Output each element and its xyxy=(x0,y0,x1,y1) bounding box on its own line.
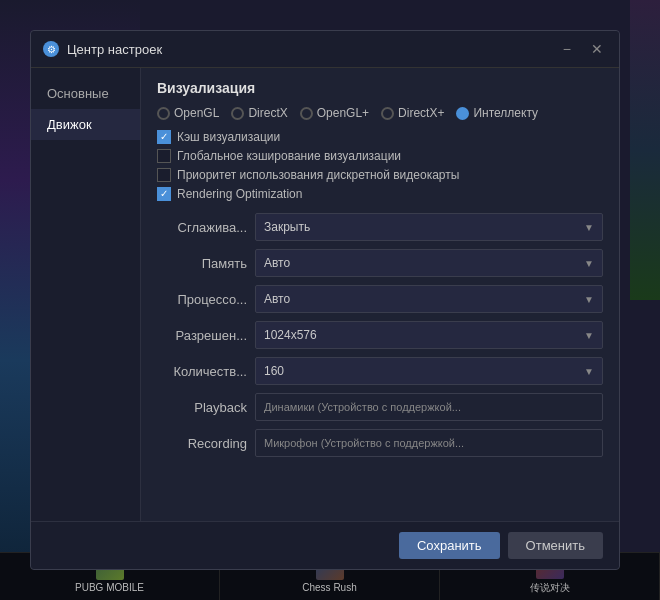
checkbox-cache[interactable]: Кэш визуализации xyxy=(157,130,603,144)
radio-intellect[interactable]: Интеллекту xyxy=(456,106,538,120)
checkbox-rendering-opt[interactable]: Rendering Optimization xyxy=(157,187,603,201)
title-controls: − ✕ xyxy=(559,39,607,59)
label-resolution: Разрешен... xyxy=(157,328,247,343)
title-bar: ⚙ Центр настроек − ✕ xyxy=(31,31,619,68)
chevron-down-icon: ▼ xyxy=(584,294,594,305)
radio-circle-openglplus xyxy=(300,107,313,120)
checkbox-discrete-gpu[interactable]: Приоритет использования дискретной видео… xyxy=(157,168,603,182)
label-memory: Память xyxy=(157,256,247,271)
checkbox-box-cache xyxy=(157,130,171,144)
select-playback[interactable]: Динамики (Устройство с поддержкой... xyxy=(255,393,603,421)
select-processor[interactable]: Авто ▼ xyxy=(255,285,603,313)
radio-circle-directx xyxy=(231,107,244,120)
content-area: Визуализация OpenGL DirectX OpenGL+ Di xyxy=(141,68,619,521)
form-row-processor: Процессо... Авто ▼ xyxy=(157,285,603,313)
checkbox-box-rendering-opt xyxy=(157,187,171,201)
radio-circle-directxplus xyxy=(381,107,394,120)
nav-item-basic[interactable]: Основные xyxy=(31,78,140,109)
cancel-button[interactable]: Отменить xyxy=(508,532,603,559)
section-header: Визуализация xyxy=(157,80,603,96)
window-body: Основные Движок Визуализация OpenGL Dire… xyxy=(31,68,619,521)
select-memory[interactable]: Авто ▼ xyxy=(255,249,603,277)
checkbox-global-cache[interactable]: Глобальное кэширование визуализации xyxy=(157,149,603,163)
radio-circle-intellect xyxy=(456,107,469,120)
checkbox-group: Кэш визуализации Глобальное кэширование … xyxy=(157,130,603,201)
chevron-down-icon: ▼ xyxy=(584,258,594,269)
form-row-playback: Playback Динамики (Устройство с поддержк… xyxy=(157,393,603,421)
radio-openglplus[interactable]: OpenGL+ xyxy=(300,106,369,120)
minimize-button[interactable]: − xyxy=(559,39,575,59)
radio-group: OpenGL DirectX OpenGL+ DirectX+ Интеллек… xyxy=(157,106,603,120)
label-processor: Процессо... xyxy=(157,292,247,307)
form-row-smoothing: Сглажива... Закрыть ▼ xyxy=(157,213,603,241)
label-count: Количеств... xyxy=(157,364,247,379)
app-icon: ⚙ xyxy=(43,41,59,57)
window-title: Центр настроек xyxy=(67,42,162,57)
radio-opengl[interactable]: OpenGL xyxy=(157,106,219,120)
form-row-resolution: Разрешен... 1024x576 ▼ xyxy=(157,321,603,349)
chevron-down-icon: ▼ xyxy=(584,330,594,341)
form-row-memory: Память Авто ▼ xyxy=(157,249,603,277)
label-smoothing: Сглажива... xyxy=(157,220,247,235)
settings-window: ⚙ Центр настроек − ✕ Основные Движок Виз… xyxy=(30,30,620,570)
title-left: ⚙ Центр настроек xyxy=(43,41,162,57)
label-recording: Recording xyxy=(157,436,247,451)
select-count[interactable]: 160 ▼ xyxy=(255,357,603,385)
select-resolution[interactable]: 1024x576 ▼ xyxy=(255,321,603,349)
chevron-down-icon: ▼ xyxy=(584,366,594,377)
radio-directxplus[interactable]: DirectX+ xyxy=(381,106,444,120)
select-smoothing[interactable]: Закрыть ▼ xyxy=(255,213,603,241)
label-playback: Playback xyxy=(157,400,247,415)
nav-item-driver[interactable]: Движок xyxy=(31,109,140,140)
radio-directx[interactable]: DirectX xyxy=(231,106,287,120)
save-button[interactable]: Сохранить xyxy=(399,532,500,559)
radio-circle-opengl xyxy=(157,107,170,120)
checkbox-box-global-cache xyxy=(157,149,171,163)
left-nav: Основные Движок xyxy=(31,68,141,521)
form-row-recording: Recording Микрофон (Устройство с поддерж… xyxy=(157,429,603,457)
close-button[interactable]: ✕ xyxy=(587,39,607,59)
checkbox-box-discrete-gpu xyxy=(157,168,171,182)
select-recording[interactable]: Микрофон (Устройство с поддержкой... xyxy=(255,429,603,457)
form-rows: Сглажива... Закрыть ▼ Память Авто ▼ Проц… xyxy=(157,213,603,457)
window-footer: Сохранить Отменить xyxy=(31,521,619,569)
chevron-down-icon: ▼ xyxy=(584,222,594,233)
form-row-count: Количеств... 160 ▼ xyxy=(157,357,603,385)
